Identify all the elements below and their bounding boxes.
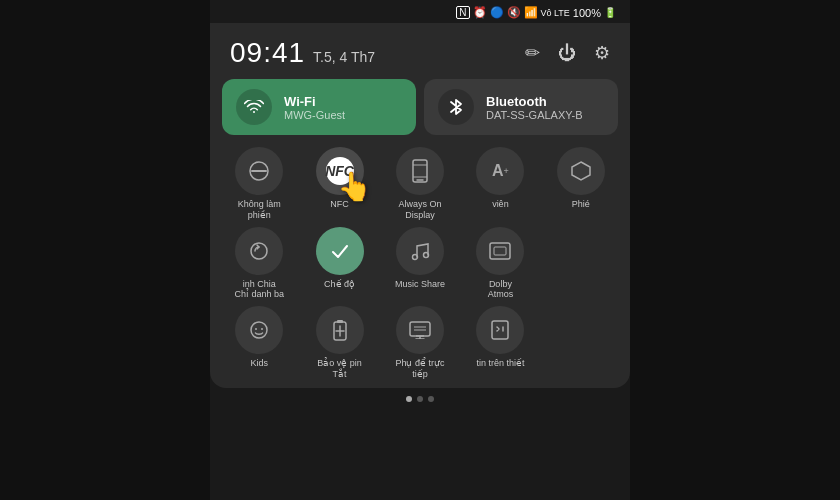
time-actions: ✏ ⏻ ⚙ (525, 42, 610, 64)
hand-cursor-icon: 👆 (337, 170, 372, 203)
chia-se-tile[interactable]: inh ChiaChỉ danh ba (222, 227, 296, 301)
dex-icon (396, 306, 444, 354)
do-not-disturb-label: Không làmphiền (238, 199, 281, 221)
phie-icon (557, 147, 605, 195)
page-dots (210, 388, 630, 408)
wifi-signal-icon: 📶 (524, 6, 538, 19)
dolby-tile[interactable]: DolbyAtmos (463, 227, 537, 301)
dex-label: Phụ để trựctiếp (395, 358, 444, 380)
empty-icon-1 (557, 227, 605, 275)
battery-saver-label: Bảo vệ pinTắt (317, 358, 362, 380)
page-dot-3 (428, 396, 434, 402)
do-not-disturb-tile[interactable]: Không làmphiền (222, 147, 296, 221)
wifi-tile[interactable]: Wi-Fi MWG-Guest (222, 79, 416, 135)
alarm-icon: ⏰ (473, 6, 487, 19)
wifi-tile-icon (236, 89, 272, 125)
battery-saver-tile[interactable]: Bảo vệ pinTắt (302, 306, 376, 380)
empty-tile-2 (544, 306, 618, 380)
power-icon[interactable]: ⏻ (558, 43, 576, 64)
lte-icon: Vô LTE (541, 8, 570, 18)
device-link-tile[interactable]: tin trên thiết (463, 306, 537, 380)
device-link-icon (476, 306, 524, 354)
svg-rect-10 (490, 243, 510, 259)
svg-rect-2 (413, 160, 427, 182)
tiles-row-2: inh ChiaChỉ danh ba Chế độ (222, 227, 618, 301)
bluetooth-tile-title: Bluetooth (486, 94, 583, 109)
bluetooth-tile[interactable]: Bluetooth DAT-SS-GALAXY-B (424, 79, 618, 135)
battery-level: 100% (573, 7, 601, 19)
nfc-icon: NFC 👆 (316, 147, 364, 195)
che-do-tile[interactable]: Chế độ (302, 227, 376, 301)
time-row: 09:41 T.5, 4 Th7 ✏ ⏻ ⚙ (210, 23, 630, 79)
svg-point-12 (251, 322, 267, 338)
svg-rect-11 (494, 247, 506, 255)
svg-rect-16 (337, 320, 343, 323)
kids-tile[interactable]: Kids (222, 306, 296, 380)
settings-icon[interactable]: ⚙ (594, 42, 610, 64)
phie-label: Phié (572, 199, 590, 210)
phie-tile[interactable]: Phié (544, 147, 618, 221)
device-link-label: tin trên thiết (476, 358, 524, 369)
always-on-display-label: Always OnDisplay (398, 199, 441, 221)
wifi-tile-text: Wi-Fi MWG-Guest (284, 94, 345, 121)
nfc-tile[interactable]: NFC 👆 NFC (302, 147, 376, 221)
date: T.5, 4 Th7 (313, 49, 375, 65)
che-do-label: Chế độ (324, 279, 355, 290)
mute-icon: 🔇 (507, 6, 521, 19)
bluetooth-status-icon: 🔵 (490, 6, 504, 19)
time: 09:41 (230, 37, 305, 69)
chia-se-icon (235, 227, 283, 275)
nfc-status-icon: N (456, 6, 469, 19)
page-dot-1 (406, 396, 412, 402)
music-share-label: Music Share (395, 279, 445, 290)
battery-saver-icon (316, 306, 364, 354)
svg-rect-19 (410, 322, 430, 336)
svg-point-13 (255, 328, 257, 330)
che-do-icon (316, 227, 364, 275)
music-share-icon (396, 227, 444, 275)
time-display: 09:41 T.5, 4 Th7 (230, 37, 375, 69)
always-on-display-icon (396, 147, 444, 195)
tiles-row-1: Không làmphiền NFC 👆 NFC (222, 147, 618, 221)
bluetooth-tile-icon (438, 89, 474, 125)
dex-tile[interactable]: Phụ để trựctiếp (383, 306, 457, 380)
svg-point-7 (251, 243, 267, 259)
tiles-section: Không làmphiền NFC 👆 NFC (210, 143, 630, 388)
top-tiles: Wi-Fi MWG-Guest Bluetooth DAT-SS-GALAXY-… (210, 79, 630, 143)
edit-icon[interactable]: ✏ (525, 42, 540, 64)
svg-point-8 (412, 254, 417, 259)
vien-label: viên (492, 199, 509, 210)
chia-se-label: inh ChiaChỉ danh ba (234, 279, 284, 301)
vien-icon: A+ (476, 147, 524, 195)
music-share-tile[interactable]: Music Share (383, 227, 457, 301)
dolby-label: DolbyAtmos (488, 279, 514, 301)
kids-icon (235, 306, 283, 354)
tiles-row-3: Kids Bảo vệ pinTắt Phụ để tr (222, 306, 618, 380)
bluetooth-tile-text: Bluetooth DAT-SS-GALAXY-B (486, 94, 583, 121)
dolby-icon (476, 227, 524, 275)
vien-tile[interactable]: A+ viên (463, 147, 537, 221)
always-on-display-tile[interactable]: Always OnDisplay (383, 147, 457, 221)
svg-point-9 (423, 252, 428, 257)
wifi-tile-subtitle: MWG-Guest (284, 109, 345, 121)
svg-marker-6 (572, 162, 590, 180)
wifi-tile-title: Wi-Fi (284, 94, 345, 109)
page-dot-2 (417, 396, 423, 402)
svg-point-14 (261, 328, 263, 330)
status-icons: N ⏰ 🔵 🔇 📶 Vô LTE 100% 🔋 (456, 6, 616, 19)
empty-tile-1 (544, 227, 618, 301)
empty-icon-2 (557, 306, 605, 354)
kids-label: Kids (250, 358, 268, 369)
do-not-disturb-icon (235, 147, 283, 195)
status-bar: N ⏰ 🔵 🔇 📶 Vô LTE 100% 🔋 (210, 0, 630, 23)
battery-icon: 🔋 (604, 7, 616, 18)
bluetooth-tile-subtitle: DAT-SS-GALAXY-B (486, 109, 583, 121)
